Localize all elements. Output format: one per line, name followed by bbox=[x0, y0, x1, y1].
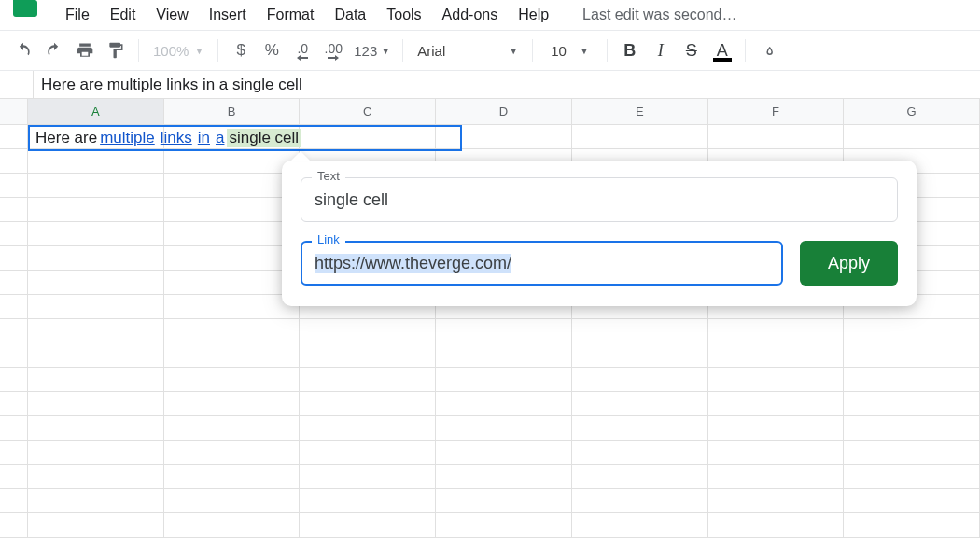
row-header[interactable] bbox=[0, 319, 28, 343]
grid-cell[interactable] bbox=[28, 295, 164, 319]
bold-button[interactable]: B bbox=[616, 36, 644, 64]
grid-cell[interactable] bbox=[28, 416, 164, 441]
row-header[interactable] bbox=[0, 271, 28, 295]
grid-cell[interactable] bbox=[708, 513, 845, 538]
cell-link-3[interactable]: in bbox=[198, 129, 210, 147]
grid-cell[interactable] bbox=[28, 513, 164, 538]
grid-cell[interactable] bbox=[572, 125, 708, 149]
grid-cell[interactable] bbox=[28, 246, 164, 271]
menu-view[interactable]: View bbox=[147, 3, 197, 27]
column-header-g[interactable]: G bbox=[844, 99, 980, 125]
more-formats-button[interactable]: 123 ▼ bbox=[350, 36, 394, 64]
column-header-b[interactable]: B bbox=[164, 99, 301, 125]
grid-cell[interactable] bbox=[28, 368, 164, 392]
grid-cell[interactable] bbox=[708, 416, 845, 441]
grid-cell[interactable] bbox=[164, 368, 301, 392]
grid-cell[interactable] bbox=[28, 343, 164, 368]
row-header[interactable] bbox=[0, 174, 28, 198]
row-header[interactable] bbox=[0, 343, 28, 368]
grid-cell[interactable] bbox=[708, 392, 845, 416]
link-url-input[interactable] bbox=[301, 241, 783, 286]
grid-cell[interactable] bbox=[164, 319, 301, 343]
cell-a1-content[interactable]: Here are multiple links in a single cell bbox=[32, 127, 301, 149]
grid-cell[interactable] bbox=[572, 319, 708, 343]
menu-insert[interactable]: Insert bbox=[200, 3, 256, 27]
grid-cell[interactable] bbox=[28, 198, 164, 222]
row-header[interactable] bbox=[0, 513, 28, 538]
grid-cell[interactable] bbox=[436, 368, 572, 392]
grid-cell[interactable] bbox=[708, 465, 845, 489]
grid-cell[interactable] bbox=[572, 465, 708, 489]
zoom-dropdown[interactable]: 100% ▼ bbox=[147, 43, 209, 59]
grid-cell[interactable] bbox=[164, 465, 301, 489]
grid-cell[interactable] bbox=[28, 465, 164, 489]
column-header-a[interactable]: A bbox=[28, 99, 164, 125]
grid-cell[interactable] bbox=[708, 319, 845, 343]
grid-cell[interactable] bbox=[844, 416, 980, 441]
grid-cell[interactable] bbox=[436, 392, 572, 416]
grid-cell[interactable] bbox=[572, 343, 708, 368]
grid-cell[interactable] bbox=[844, 465, 980, 489]
grid-cell[interactable] bbox=[436, 465, 572, 489]
row-header[interactable] bbox=[0, 465, 28, 489]
text-color-button[interactable]: A bbox=[708, 36, 736, 64]
row-header[interactable] bbox=[0, 489, 28, 513]
menu-addons[interactable]: Add-ons bbox=[433, 3, 508, 27]
grid-cell[interactable] bbox=[300, 319, 436, 343]
grid-cell[interactable] bbox=[28, 271, 164, 295]
row-header[interactable] bbox=[0, 416, 28, 441]
grid-cell[interactable] bbox=[436, 125, 572, 149]
grid-cell[interactable] bbox=[164, 513, 301, 538]
row-header[interactable] bbox=[0, 368, 28, 392]
grid-cell[interactable] bbox=[164, 149, 301, 174]
grid-cell[interactable] bbox=[708, 368, 845, 392]
italic-button[interactable]: I bbox=[647, 36, 675, 64]
grid-cell[interactable] bbox=[436, 441, 572, 465]
grid-cell[interactable] bbox=[300, 368, 436, 392]
grid-cell[interactable] bbox=[28, 392, 164, 416]
menu-help[interactable]: Help bbox=[509, 3, 558, 27]
grid-cell[interactable] bbox=[300, 125, 436, 149]
undo-button[interactable] bbox=[9, 36, 37, 64]
format-currency-button[interactable]: $ bbox=[227, 36, 255, 64]
row-header[interactable] bbox=[0, 222, 28, 246]
grid-cell[interactable] bbox=[300, 416, 436, 441]
grid-cell[interactable] bbox=[572, 368, 708, 392]
apply-button[interactable]: Apply bbox=[800, 241, 898, 286]
formula-bar[interactable]: Here are multiple links in a single cell bbox=[0, 71, 980, 99]
row-header[interactable] bbox=[0, 246, 28, 271]
grid-cell[interactable] bbox=[28, 149, 164, 174]
grid-cell[interactable] bbox=[300, 465, 436, 489]
grid-cell[interactable] bbox=[708, 489, 845, 513]
grid-cell[interactable] bbox=[300, 441, 436, 465]
menu-tools[interactable]: Tools bbox=[377, 3, 430, 27]
menu-edit[interactable]: Edit bbox=[101, 3, 146, 27]
grid-cell[interactable] bbox=[28, 222, 164, 246]
grid-cell[interactable] bbox=[436, 489, 572, 513]
grid-cell[interactable] bbox=[164, 416, 301, 441]
select-all-corner[interactable] bbox=[0, 99, 28, 125]
cell-link-1[interactable]: multiple bbox=[100, 129, 155, 147]
grid-cell[interactable] bbox=[28, 174, 164, 198]
grid-cell[interactable] bbox=[164, 489, 301, 513]
cell-link-2[interactable]: links bbox=[161, 129, 192, 147]
grid-cell[interactable] bbox=[708, 441, 845, 465]
grid-cell[interactable] bbox=[708, 343, 845, 368]
grid-cell[interactable] bbox=[164, 198, 301, 222]
print-button[interactable] bbox=[71, 36, 99, 64]
grid-cell[interactable] bbox=[164, 271, 301, 295]
formula-fx-box[interactable] bbox=[0, 71, 34, 98]
grid-cell[interactable] bbox=[436, 343, 572, 368]
paint-format-button[interactable] bbox=[102, 36, 130, 64]
menu-format[interactable]: Format bbox=[258, 3, 324, 27]
grid-cell[interactable] bbox=[844, 319, 980, 343]
row-header[interactable] bbox=[0, 125, 28, 149]
cell-link-4[interactable]: a bbox=[216, 129, 224, 147]
grid-cell[interactable] bbox=[572, 441, 708, 465]
format-percent-button[interactable]: % bbox=[258, 36, 286, 64]
column-header-d[interactable]: D bbox=[436, 99, 572, 125]
row-header[interactable] bbox=[0, 149, 28, 174]
grid-cell[interactable] bbox=[300, 343, 436, 368]
grid-cell[interactable] bbox=[164, 343, 301, 368]
grid-cell[interactable] bbox=[844, 441, 980, 465]
